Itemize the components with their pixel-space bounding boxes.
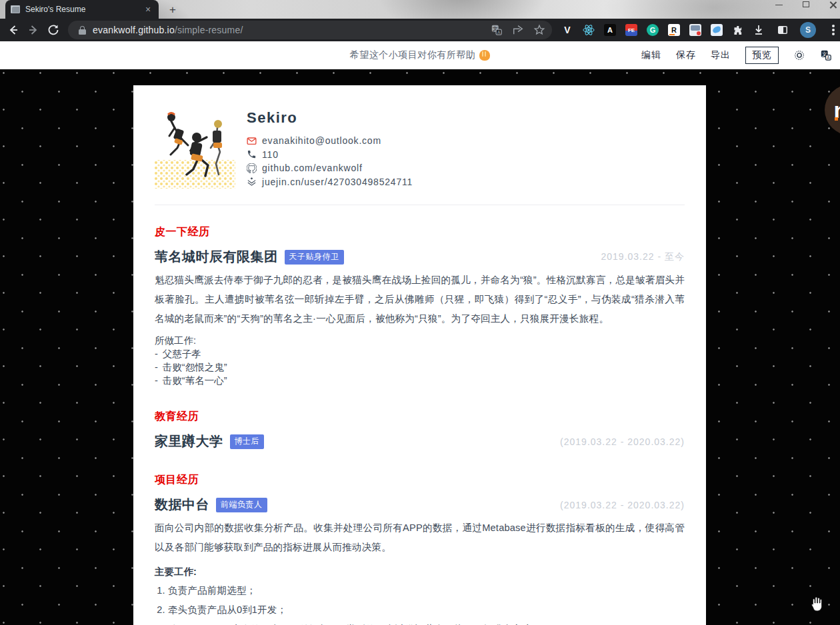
svg-text:A: A <box>497 30 501 35</box>
contact-phone: 110 <box>247 148 413 162</box>
toolbar-right: S <box>752 22 840 38</box>
education-item-row: 家里蹲大学 博士后 (2019.03.22 - 2020.03.22) <box>155 432 685 450</box>
extensions-bar: V A FE G R <box>561 24 744 36</box>
tab-close-icon[interactable]: × <box>143 5 153 14</box>
downloads-icon[interactable] <box>752 23 765 37</box>
a-extension-icon[interactable]: A <box>604 24 616 36</box>
screenshot-extension-icon[interactable] <box>689 24 701 36</box>
education-date: (2019.03.22 - 2020.03.22) <box>560 436 685 447</box>
forward-icon[interactable] <box>27 23 40 37</box>
project1-description: 面向公司内部的数据收集分析产品。收集并处理公司所有APP的数据，通过Metaba… <box>155 518 685 557</box>
bird-extension-icon[interactable] <box>711 24 723 36</box>
browser-toolbar: evankwolf.github.io/simple-resume/ 文 A V… <box>0 19 840 41</box>
page-toolbar: 希望这个小项目对你有所帮助 编辑 保存 导出 预览 文 A <box>0 41 840 69</box>
contact-email-text[interactable]: evanakihito@outlook.com <box>262 135 381 146</box>
resume-card: Sekiro evanakihito@outlook.com 110 <box>133 85 706 625</box>
header-divider <box>155 205 685 205</box>
project1-name: 数据中台 <box>155 496 209 514</box>
list-item: 除了Metabase本身的图表，另外添加20+类型的图表以供运营人员使用，提升丰… <box>168 620 685 625</box>
toolbar-message-text: 希望这个小项目对你有所帮助 <box>350 49 476 61</box>
list-item: 牵头负责产品从0到1开发； <box>168 600 685 620</box>
save-button[interactable]: 保存 <box>676 49 696 61</box>
theme-sun-icon[interactable] <box>793 49 805 61</box>
project1-tasks-label: 主要工作: <box>155 565 685 578</box>
browser-menu-icon[interactable] <box>832 29 835 31</box>
contact-github: github.com/evankwolf <box>247 161 413 175</box>
preview-button[interactable]: 预览 <box>745 47 779 64</box>
work-item-row: 苇名城时辰有限集团 天子贴身侍卫 2019.03.22 - 至今 <box>155 248 685 266</box>
work-badge: 天子贴身侍卫 <box>285 250 344 265</box>
work-tasks-list: 父慈子孝 击败“怨恨之鬼” 击败“苇名一心” <box>155 347 685 387</box>
avatar <box>155 108 235 189</box>
side-panel-icon[interactable] <box>776 23 789 37</box>
url-path[interactable]: /simple-resume/ <box>175 25 243 35</box>
language-toggle-icon[interactable]: 文 A <box>820 49 832 61</box>
contact-juejin-text[interactable]: juejin.cn/user/427030498524711 <box>262 177 413 187</box>
edit-button[interactable]: 编辑 <box>641 49 661 61</box>
contact-juejin: juejin.cn/user/427030498524711 <box>247 175 413 189</box>
profile-avatar[interactable]: S <box>800 22 816 38</box>
juejin-icon <box>247 177 257 187</box>
floating-action-button[interactable]: n <box>825 85 840 135</box>
pray-hands-emoji-icon <box>479 50 490 61</box>
work-date: 2019.03.22 - 至今 <box>601 251 685 263</box>
contact-github-text[interactable]: github.com/evankwolf <box>262 163 363 173</box>
tab-strip: Sekiro's Resume × + <box>0 0 840 19</box>
project1-date: (2019.03.22 - 2020.03.22) <box>560 500 685 510</box>
share-icon[interactable] <box>512 24 524 36</box>
section-heading-education: 教育经历 <box>155 410 685 424</box>
url-bar[interactable]: evankwolf.github.io/simple-resume/ 文 A <box>68 21 552 39</box>
work-description: 魁忍猫头鹰派去侍奉于御子九郎的忍者，是被猫头鹰在战场上捡回的孤儿，并命名为“狼”… <box>155 271 685 328</box>
toolbar-actions: 编辑 保存 导出 预览 文 A <box>641 41 832 69</box>
contact-email: evanakihito@outlook.com <box>247 134 413 148</box>
company-name: 苇名城时辰有限集团 <box>155 248 278 266</box>
grammarly-icon[interactable]: G <box>647 24 659 36</box>
r-extension-icon[interactable]: R <box>668 24 680 36</box>
contact-list: evanakihito@outlook.com 110 github.com/e… <box>247 134 413 189</box>
contact-phone-text[interactable]: 110 <box>262 149 279 160</box>
window-maximize-icon[interactable] <box>803 1 809 7</box>
github-icon <box>247 163 257 173</box>
new-tab-button[interactable]: + <box>165 3 180 17</box>
fe-extension-icon[interactable]: FE <box>625 24 637 36</box>
section-heading-projects: 项目经历 <box>155 473 685 487</box>
window-minimize-icon[interactable] <box>775 5 783 5</box>
list-item: 负责产品前期选型； <box>168 581 685 600</box>
resume-name: Sekiro <box>247 109 413 127</box>
education-badge: 博士后 <box>230 434 265 449</box>
mail-icon <box>247 136 257 146</box>
lock-icon[interactable] <box>79 26 86 35</box>
browser-tab[interactable]: Sekiro's Resume × <box>5 0 159 19</box>
work-tasks-label: 所做工作: <box>155 334 685 347</box>
extensions-puzzle-icon[interactable] <box>732 24 744 36</box>
list-item: 击败“苇名一心” <box>155 374 685 387</box>
translate-page-icon[interactable]: 文 A <box>491 24 503 36</box>
project1-tasks-list: 负责产品前期选型； 牵头负责产品从0到1开发； 除了Metabase本身的图表，… <box>168 581 685 625</box>
react-devtools-icon[interactable] <box>583 24 595 36</box>
page-background: Sekiro evanakihito@outlook.com 110 <box>0 69 840 625</box>
window-close-icon[interactable] <box>829 1 836 8</box>
floating-button-label: n <box>834 97 840 123</box>
reload-icon[interactable] <box>47 23 60 37</box>
back-icon[interactable] <box>7 23 20 37</box>
list-item: 击败“怨恨之鬼” <box>155 360 685 374</box>
tab-title: Sekiro's Resume <box>25 5 143 14</box>
bookmark-star-icon[interactable] <box>533 24 545 36</box>
url-domain[interactable]: evankwolf.github.io <box>93 25 175 35</box>
section-heading-work: 皮一下经历 <box>155 225 685 239</box>
vue-devtools-icon[interactable]: V <box>561 24 573 36</box>
hand-cursor-icon <box>807 595 826 614</box>
school-name: 家里蹲大学 <box>155 432 223 450</box>
export-button[interactable]: 导出 <box>711 49 731 61</box>
window-controls <box>775 0 836 9</box>
project1-badge: 前端负责人 <box>216 498 267 512</box>
tab-favicon-icon <box>11 5 20 13</box>
list-item: 父慈子孝 <box>155 347 685 360</box>
phone-icon <box>247 149 257 159</box>
project1-item-row: 数据中台 前端负责人 (2019.03.22 - 2020.03.22) <box>155 496 685 514</box>
resume-header: Sekiro evanakihito@outlook.com 110 <box>155 108 685 189</box>
